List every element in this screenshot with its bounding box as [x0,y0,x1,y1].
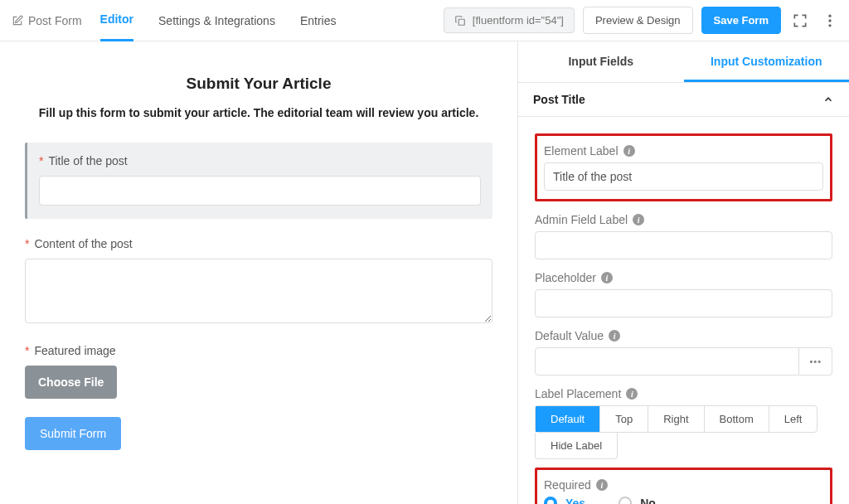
seg-hide[interactable]: Hide Label [536,433,617,458]
field-content-textarea[interactable] [25,259,492,323]
field-content-label: * Content of the post [25,237,492,250]
info-icon[interactable]: i [626,388,638,400]
info-icon[interactable]: i [609,330,620,342]
prop-element-label-label: Element Label i [544,144,823,158]
admin-label-input[interactable] [535,231,832,259]
top-bar: Post Form Editor Settings & Integrations… [0,0,849,41]
tab-input-fields[interactable]: Input Fields [518,41,684,82]
required-star: * [39,154,43,167]
choose-file-button[interactable]: Choose File [25,366,117,399]
svg-point-3 [828,24,831,27]
form-canvas: Submit Your Article Fill up this form to… [0,41,517,504]
prop-required: Required i Yes No [544,478,823,504]
edit-icon [12,15,23,27]
required-no[interactable]: No [619,497,656,504]
seg-bottom[interactable]: Bottom [705,406,769,432]
panel-body: Element Label i Admin Field Label i Plac… [518,117,849,504]
required-star: * [25,237,29,250]
info-icon[interactable]: i [601,272,613,284]
tab-input-customization[interactable]: Input Customization [684,41,850,82]
field-title[interactable]: * Title of the post [25,143,492,219]
prop-default-value: Default Value i ••• [535,329,832,376]
sidebar: Input Fields Input Customization Post Ti… [517,41,849,504]
element-label-input[interactable] [544,162,823,191]
panel-title: Post Title [533,93,585,106]
tab-editor[interactable]: Editor [100,0,133,41]
svg-point-1 [828,14,831,17]
breadcrumb: Post Form [12,14,82,27]
radio-dot-off [619,497,632,504]
prop-element-label: Element Label i [544,144,823,191]
submit-row: Submit Form [25,417,492,450]
placeholder-input[interactable] [535,289,832,317]
field-featured[interactable]: * Featured image Choose File [25,344,492,399]
shortcode-text: [fluentform id="54"] [473,14,564,27]
fullscreen-icon[interactable] [789,10,811,32]
highlight-element-label: Element Label i [535,133,832,201]
prop-placeholder: Placeholder i [535,271,832,317]
copy-icon [454,15,466,27]
prop-placeholder-label: Placeholder i [535,271,832,284]
prop-admin-label: Admin Field Label i [535,213,832,259]
radio-dot-on [544,497,557,504]
label-placement-row1: Default Top Right Bottom Left [535,405,817,433]
main-area: Submit Your Article Fill up this form to… [0,41,849,504]
shortcode-pill[interactable]: [fluentform id="54"] [444,7,575,33]
field-content[interactable]: * Content of the post [25,237,492,326]
breadcrumb-label: Post Form [28,14,82,27]
chevron-up-icon [822,94,834,105]
panel-header[interactable]: Post Title [518,83,849,117]
prop-label-placement: Label Placement i Default Top Right Bott… [535,387,832,459]
required-yes[interactable]: Yes [544,497,585,504]
prop-label-placement-label: Label Placement i [535,387,832,400]
save-button[interactable]: Save Form [701,7,781,34]
prop-default-value-label: Default Value i [535,329,832,342]
label-placement-row2: Hide Label [535,433,618,459]
topbar-left: Post Form Editor Settings & Integrations… [12,0,361,41]
seg-default[interactable]: Default [536,406,600,432]
field-featured-label: * Featured image [25,344,492,357]
info-icon[interactable]: i [623,145,635,157]
form-title: Submit Your Article [25,75,492,93]
prop-admin-label-label: Admin Field Label i [535,213,832,226]
info-icon[interactable]: i [633,214,644,225]
preview-button[interactable]: Preview & Design [583,7,693,34]
more-icon[interactable] [819,10,841,32]
submit-button[interactable]: Submit Form [25,417,121,450]
sidebar-tabs: Input Fields Input Customization [518,41,849,83]
seg-top[interactable]: Top [600,406,648,432]
default-value-more[interactable]: ••• [799,347,832,376]
svg-rect-0 [458,19,464,25]
field-title-input[interactable] [39,176,481,206]
seg-right[interactable]: Right [648,406,704,432]
topbar-right: [fluentform id="54"] Preview & Design Sa… [444,7,841,34]
prop-required-label: Required i [544,478,823,492]
default-value-input[interactable] [535,347,799,376]
info-icon[interactable]: i [596,479,608,491]
tab-settings[interactable]: Settings & Integrations [158,1,275,41]
field-title-label: * Title of the post [39,154,481,167]
highlight-required: Required i Yes No [535,468,832,504]
required-radio-row: Yes No [544,497,823,504]
tab-entries[interactable]: Entries [300,1,337,41]
seg-left[interactable]: Left [769,406,817,432]
required-star: * [25,344,29,357]
form-description: Fill up this form to submit your article… [25,106,492,119]
svg-point-2 [828,19,831,22]
